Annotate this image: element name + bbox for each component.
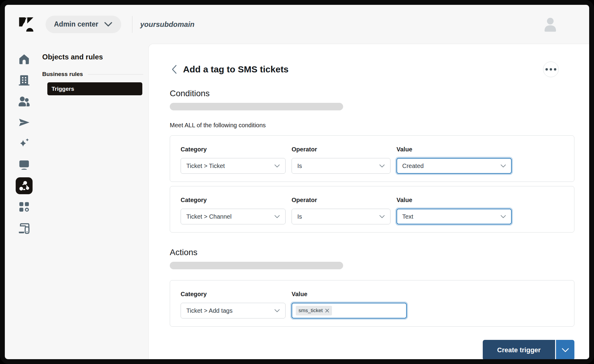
top-bar: Admin center yoursubdomain (5, 5, 589, 44)
conditions-heading: Conditions (170, 89, 574, 98)
footer-actions: Create trigger (170, 340, 574, 359)
value-label: Value (292, 291, 407, 298)
category-select[interactable]: Ticket > Channel (181, 209, 286, 224)
back-button[interactable] (170, 64, 179, 74)
chevron-down-icon (379, 164, 385, 168)
create-trigger-button[interactable]: Create trigger (483, 340, 555, 359)
product-switcher-label: Admin center (54, 20, 98, 28)
value-select[interactable]: Text (397, 209, 512, 224)
value-select-value: Text (402, 213, 501, 220)
operator-select-value: Is (297, 213, 379, 220)
sidebar-item-triggers[interactable]: Triggers (47, 82, 142, 95)
apps-icon[interactable] (16, 198, 33, 215)
condition-card: Category Ticket > Ticket Operator Is (170, 135, 574, 182)
operator-field: Operator Is (292, 146, 390, 174)
chevron-down-icon (104, 22, 112, 27)
tag-text: sms_ticket (299, 308, 323, 314)
value-field: Value sms_ticket (292, 291, 407, 318)
icon-rail (5, 44, 33, 359)
sidebar-heading: Objects and rules (42, 53, 148, 61)
overflow-menu-button[interactable] (543, 62, 559, 77)
conditions-description-skeleton (170, 103, 343, 110)
category-label: Category (181, 146, 286, 153)
zendesk-logo-icon (18, 16, 34, 33)
sidebar-item-label: Triggers (52, 86, 74, 92)
match-all-text: Meet ALL of the following conditions (170, 122, 574, 129)
tag-remove-icon[interactable] (325, 309, 329, 313)
category-select-value: Ticket > Add tags (186, 307, 274, 314)
sidebar: Objects and rules Business rules Trigger… (5, 44, 148, 359)
topbar-divider (132, 16, 132, 33)
home-icon[interactable] (16, 51, 33, 68)
operator-label: Operator (292, 146, 390, 153)
product-switcher-button[interactable]: Admin center (46, 16, 121, 33)
objects-rules-icon[interactable] (16, 177, 33, 194)
create-trigger-split-button: Create trigger (483, 340, 574, 359)
value-field: Value Created (397, 146, 512, 174)
value-label: Value (397, 197, 512, 204)
value-field: Value Text (397, 197, 512, 224)
category-select-value: Ticket > Channel (186, 213, 274, 220)
operator-select[interactable]: Is (292, 209, 390, 224)
tag-pill: sms_ticket (296, 306, 332, 315)
chevron-down-icon (274, 309, 280, 312)
category-field: Category Ticket > Ticket (181, 146, 286, 174)
value-select-value: Created (402, 163, 501, 169)
monitor-icon[interactable] (16, 156, 33, 173)
value-label: Value (397, 146, 512, 153)
subdomain-label: yoursubdomain (140, 20, 194, 29)
action-card: Category Ticket > Add tags Value sms_tic… (170, 280, 574, 327)
chevron-down-icon (501, 215, 506, 218)
app-body: Objects and rules Business rules Trigger… (5, 44, 589, 359)
category-select[interactable]: Ticket > Ticket (181, 158, 286, 174)
sidebar-section-label: Business rules (42, 71, 83, 78)
window-frame: Admin center yoursubdomain (0, 0, 594, 364)
condition-card: Category Ticket > Channel Operator Is (170, 186, 574, 233)
category-label: Category (181, 291, 286, 298)
operator-select-value: Is (297, 163, 379, 169)
operator-field: Operator Is (292, 197, 390, 224)
send-icon[interactable] (16, 114, 33, 131)
operator-label: Operator (292, 197, 390, 204)
chevron-down-icon (562, 348, 569, 352)
category-label: Category (181, 197, 286, 204)
page-header: Add a tag to SMS tickets (170, 62, 574, 77)
tags-input[interactable]: sms_ticket (292, 303, 407, 318)
category-select-value: Ticket > Ticket (186, 163, 274, 169)
organization-icon[interactable] (16, 72, 33, 89)
user-avatar[interactable] (542, 16, 558, 33)
chevron-down-icon (274, 215, 280, 218)
create-trigger-caret-button[interactable] (556, 340, 574, 359)
admin-center-app: Admin center yoursubdomain (5, 5, 589, 359)
section-divider (88, 74, 143, 74)
actions-heading: Actions (170, 248, 574, 257)
category-select[interactable]: Ticket > Add tags (181, 303, 286, 318)
devices-icon[interactable] (16, 220, 33, 236)
people-icon[interactable] (16, 93, 33, 110)
ellipsis-icon (545, 68, 548, 71)
sidebar-nav-panel: Objects and rules Business rules Trigger… (33, 44, 148, 359)
category-field: Category Ticket > Add tags (181, 291, 286, 318)
actions-description-skeleton (170, 262, 343, 269)
chevron-left-icon (172, 65, 177, 74)
chevron-down-icon (379, 215, 385, 218)
sparkles-icon[interactable] (16, 135, 33, 152)
value-select[interactable]: Created (397, 158, 512, 174)
sidebar-section-business-rules: Business rules (42, 71, 148, 78)
category-field: Category Ticket > Channel (181, 197, 286, 224)
chevron-down-icon (274, 164, 280, 168)
operator-select[interactable]: Is (292, 158, 390, 174)
page-title: Add a tag to SMS tickets (183, 64, 289, 74)
main-panel: Add a tag to SMS tickets Conditions Meet… (148, 44, 589, 359)
chevron-down-icon (501, 164, 506, 168)
